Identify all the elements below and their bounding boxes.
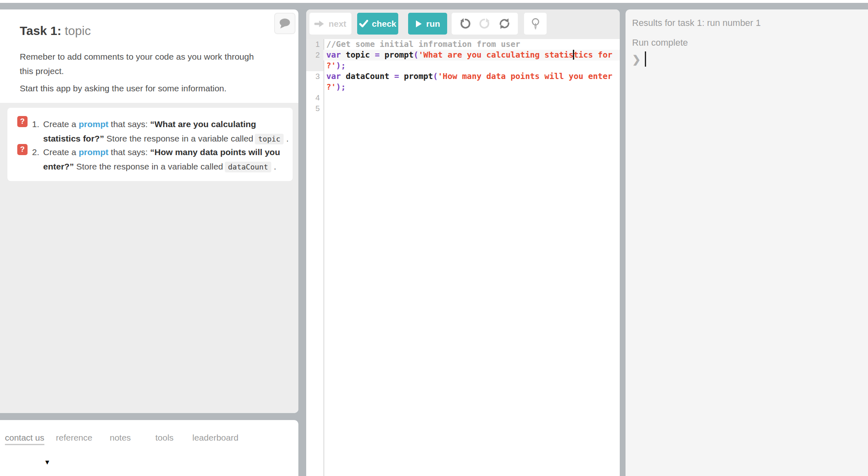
code-row-5: 5 xyxy=(306,103,620,114)
text-segment-plain: . xyxy=(274,162,276,171)
undo-button[interactable] xyxy=(459,18,471,30)
lightbulb-icon xyxy=(530,17,541,30)
task-panel: Task 1: topic Remeber to add comments to… xyxy=(0,9,298,413)
line-number: 5 xyxy=(306,103,323,114)
tab-tools[interactable]: tools xyxy=(155,433,173,443)
page-title: Task 1: topic xyxy=(20,23,91,39)
text-segment-kw: ( xyxy=(433,72,438,81)
redo-button[interactable] xyxy=(478,18,491,30)
instruction-item-1: Create a prompt that says: “What are you… xyxy=(43,117,290,146)
comment-button[interactable] xyxy=(274,13,295,34)
line-number xyxy=(306,82,323,93)
text-segment-id: prompt xyxy=(380,50,414,60)
code-row-3: 3var dataCount = prompt('How many data p… xyxy=(306,71,620,82)
task-paragraph-1: Remeber to add comments to your code as … xyxy=(20,49,254,78)
text-segment-kw: ( xyxy=(413,50,418,60)
text-segment-str: ?' xyxy=(326,61,336,70)
tab-notes[interactable]: notes xyxy=(110,433,131,443)
text-segment-plain: Create a xyxy=(43,119,78,129)
line-number xyxy=(306,60,323,71)
next-arrow-icon xyxy=(314,20,325,28)
item-number-2: 2. xyxy=(32,145,39,159)
text-segment-plain: Store the response in a variable called xyxy=(104,134,253,143)
play-icon xyxy=(415,20,422,28)
check-icon xyxy=(359,20,368,28)
line-number: 3 xyxy=(306,71,323,82)
code-row-2-wrap: ?'); xyxy=(306,60,620,71)
next-button[interactable]: next xyxy=(309,13,351,35)
check-button[interactable]: check xyxy=(357,13,398,35)
text-segment-str: tics for xyxy=(574,50,612,60)
text-segment-plain: that says: xyxy=(108,147,150,157)
text-segment-plain: Create a xyxy=(43,147,78,157)
text-segment-bold: statistics for?” xyxy=(43,134,104,143)
footer-panel: contact us reference notes tools leaderb… xyxy=(0,420,298,476)
text-segment-kw: ); xyxy=(336,61,346,70)
text-segment-bold: “What are you calculating xyxy=(150,119,256,129)
tab-contact-us[interactable]: contact us xyxy=(5,433,44,445)
console-prompt-icon: ❯ xyxy=(632,53,641,65)
text-segment-plain: Store the response in a variable called xyxy=(74,162,223,171)
code-row-1: 1//Get some initial infromation from use… xyxy=(306,39,620,50)
line-number: 2 xyxy=(306,50,323,60)
text-segment-kw: ); xyxy=(336,82,346,92)
history-button-group xyxy=(452,13,518,35)
text-segment-plain: . xyxy=(286,134,289,143)
item-number-1: 1. xyxy=(32,117,39,131)
refresh-icon xyxy=(499,18,510,30)
text-segment-comment: //Get some initial infromation from user xyxy=(326,39,520,49)
console-cursor xyxy=(645,51,646,67)
hint-badge-2[interactable]: ? xyxy=(17,144,28,155)
text-segment-id: prompt xyxy=(399,72,433,81)
text-segment-kw: var xyxy=(326,50,341,60)
instructions-card: ? 1. Create a prompt that says: “What ar… xyxy=(7,108,293,181)
results-panel: Results for task 1: run number 1 Run com… xyxy=(626,9,868,476)
code-row-3-wrap: ?'); xyxy=(306,82,620,93)
run-button[interactable]: run xyxy=(408,13,447,35)
text-segment-kw: = xyxy=(394,72,399,81)
redo-icon xyxy=(479,18,491,30)
undo-icon xyxy=(459,18,471,30)
hint-badge-1[interactable]: ? xyxy=(17,116,28,127)
text-segment-bold: enter?” xyxy=(43,162,74,171)
results-header: Results for task 1: run number 1 xyxy=(632,18,761,28)
speech-bubble-icon xyxy=(278,18,292,29)
text-segment-code: dataCount xyxy=(225,162,272,172)
text-segment-plain: that says: xyxy=(108,119,150,129)
text-segment-str: ?' xyxy=(326,82,336,92)
text-segment-str: 'What are you calculating statis xyxy=(418,50,574,60)
text-segment-link[interactable]: prompt xyxy=(78,119,108,129)
code-row-2: 2var topic = prompt('What are you calcul… xyxy=(306,50,620,60)
text-segment-str: 'How many data points will you enter xyxy=(438,72,612,81)
code-row-4: 4 xyxy=(306,93,620,103)
instructions-section: ? 1. Create a prompt that says: “What ar… xyxy=(0,103,298,413)
text-segment-kw: = xyxy=(375,50,380,60)
line-number: 4 xyxy=(306,93,323,103)
console-input[interactable]: ❯ xyxy=(632,51,646,67)
text-segment-bold: “How many data points will you xyxy=(150,147,280,157)
dropdown-arrow[interactable]: ▼ xyxy=(44,459,51,466)
top-strip xyxy=(0,0,868,3)
results-status: Run complete xyxy=(632,37,688,48)
text-segment-id: dataCount xyxy=(341,72,394,81)
editor-toolbar: next check run xyxy=(306,9,620,39)
line-number: 1 xyxy=(306,39,323,50)
code-editor[interactable]: 1//Get some initial infromation from use… xyxy=(306,39,620,476)
text-segment-link[interactable]: prompt xyxy=(78,147,108,157)
text-segment-code: topic xyxy=(255,134,284,144)
task-paragraph-2: Start this app by asking the user for so… xyxy=(20,81,226,95)
refresh-button[interactable] xyxy=(499,18,511,30)
tab-leaderboard[interactable]: leaderboard xyxy=(192,433,238,443)
hint-button[interactable] xyxy=(524,13,547,35)
text-segment-kw: var xyxy=(326,72,341,81)
text-segment-id: topic xyxy=(341,50,375,60)
instruction-item-2: Create a prompt that says: “How many dat… xyxy=(43,145,290,174)
editor-panel: next check run xyxy=(306,9,620,476)
tab-reference[interactable]: reference xyxy=(56,433,92,443)
